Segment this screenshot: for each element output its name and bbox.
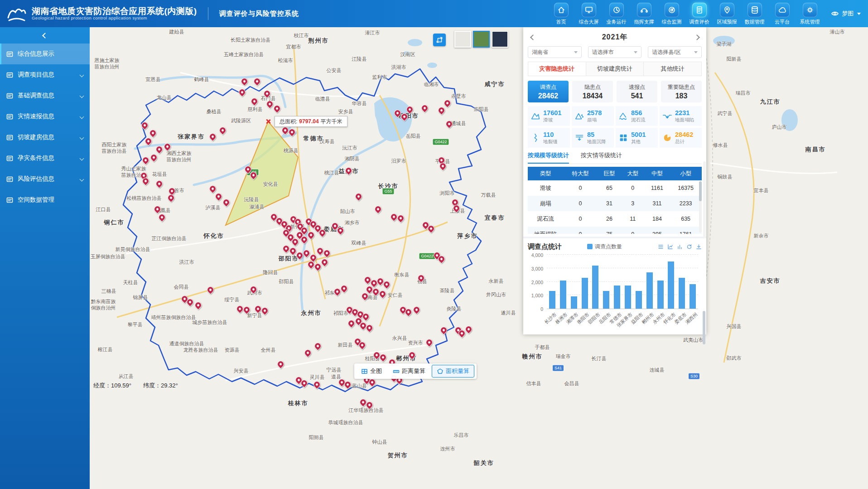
- landslide-icon: [530, 111, 540, 121]
- bar[interactable]: [549, 291, 555, 309]
- nav-item-home[interactable]: 首页: [548, 2, 574, 25]
- chart-yaxis: 01,0002,0003,0004,000: [528, 255, 545, 309]
- sidebar-item-disaster-report[interactable]: 灾情速报信息: [0, 106, 90, 127]
- measure-area-button[interactable]: 面积量算: [432, 365, 474, 378]
- chart-legend[interactable]: 调查点数量: [587, 243, 622, 251]
- stat-other[interactable]: 5001其他: [616, 128, 658, 148]
- menu-item-icon: [6, 72, 13, 78]
- county-select[interactable]: 请选择县/区: [648, 46, 702, 58]
- app-logo: [6, 4, 27, 23]
- stat-subsidence[interactable]: 85地面沉降: [572, 128, 614, 148]
- bar[interactable]: [636, 291, 642, 309]
- map-pin-icon: [720, 3, 734, 17]
- card-survey-points[interactable]: 调查点 28462: [528, 81, 569, 102]
- bar[interactable]: [571, 296, 577, 309]
- headset-icon: [637, 3, 651, 17]
- bar[interactable]: [679, 278, 685, 309]
- layer-switch-button[interactable]: [433, 34, 446, 46]
- table-row[interactable]: 滑坡0650116116375: [528, 180, 702, 196]
- nav-item-monitoring[interactable]: 综合监测: [659, 2, 685, 25]
- nav-item-command[interactable]: 指挥支撑: [631, 2, 657, 25]
- sidebar-item-disaster-conditions[interactable]: 孕灾条件信息: [0, 148, 90, 169]
- card-important-points[interactable]: 重要隐患点 183: [661, 81, 702, 102]
- axis-flip-icon[interactable]: [667, 244, 673, 250]
- nav-item-survey-evaluation[interactable]: 调查评价: [686, 2, 712, 25]
- bar[interactable]: [625, 286, 631, 309]
- year-next-button[interactable]: [692, 32, 702, 42]
- menu-item-icon: [6, 92, 13, 99]
- bar[interactable]: [582, 278, 588, 309]
- bar[interactable]: [603, 291, 609, 309]
- stat-ground-fissure[interactable]: 110地裂缝: [528, 128, 570, 148]
- main-nav: 首页 综合大屏 业务运行 指挥支撑 综合监测 调查评价 区域预报 数据管理: [548, 2, 823, 25]
- sidebar-item-overview[interactable]: 综合信息展示: [0, 44, 90, 64]
- chart-xaxis: 长沙市株洲市湘潭市衡阳市邵阳市岳阳市常德市张家界市益阳市郴州市永州市怀化市娄底市…: [547, 310, 698, 333]
- stat-ground-collapse[interactable]: 2231地面塌陷: [660, 106, 702, 126]
- sidebar-item-basic-survey[interactable]: 基础调查信息: [0, 85, 90, 106]
- app-subtitle: Geological hazard protection control app…: [32, 16, 197, 21]
- stats-table-body: 滑坡0650116116375崩塌03133112233泥石流026111846…: [528, 180, 702, 234]
- nav-item-cloud-platform[interactable]: 云平台: [769, 2, 795, 25]
- tab-slope-housing-stats[interactable]: 切坡建房统计: [586, 62, 644, 76]
- map[interactable]: 建始县长阳土家族自治县枝江市荆州市宜都市松滋市公安县江陵县潜江市汉南区洪湖市监利…: [90, 27, 868, 489]
- tab-other-stats[interactable]: 其他统计: [643, 62, 702, 76]
- nav-item-system-management[interactable]: 系统管理: [797, 2, 823, 25]
- chevron-right-icon: [694, 34, 700, 40]
- stat-collapse[interactable]: 2578崩塌: [572, 106, 614, 126]
- bar[interactable]: [668, 261, 674, 309]
- table-row[interactable]: 泥石流02611184635: [528, 211, 702, 227]
- chevron-down-icon: [80, 93, 84, 98]
- bar[interactable]: [592, 266, 598, 309]
- province-select[interactable]: 湖南省: [528, 46, 582, 58]
- tab-hazard-stats[interactable]: 灾害隐患统计: [528, 62, 586, 76]
- scale-level-tabs: 按规模等级统计 按灾情等级统计: [528, 151, 702, 164]
- card-quick-report-points[interactable]: 速报点 541: [617, 81, 657, 102]
- table-scrollbar[interactable]: [699, 181, 702, 233]
- bar[interactable]: [657, 281, 664, 309]
- basemap-thumb-vector[interactable]: [454, 31, 471, 48]
- bar-chart-icon[interactable]: [677, 244, 683, 250]
- full-extent-button[interactable]: 全图: [357, 365, 386, 377]
- card-hidden-danger-points[interactable]: 隐患点 18434: [572, 81, 613, 102]
- admin-boundary: [706, 54, 713, 281]
- measure-vertex-x-icon[interactable]: [265, 119, 271, 124]
- bar[interactable]: [646, 272, 653, 309]
- table-row[interactable]: 地面塌陷07503951761: [528, 227, 702, 234]
- city-select[interactable]: 请选择市: [588, 46, 642, 58]
- bar[interactable]: [614, 286, 620, 309]
- panel-scrollbar-thumb[interactable]: [703, 311, 705, 344]
- measure-distance-button[interactable]: 距离量算: [388, 365, 430, 377]
- tab-by-disaster-level[interactable]: 按灾情等级统计: [581, 151, 622, 164]
- download-icon[interactable]: [696, 244, 702, 250]
- sidebar-item-risk-assessment[interactable]: 风险评估信息: [0, 169, 90, 189]
- sidebar-item-survey-project[interactable]: 调查项目信息: [0, 64, 90, 85]
- user-menu[interactable]: 梦图: [831, 10, 861, 18]
- sidebar-item-spatial-data[interactable]: 空间数据管理: [0, 189, 90, 210]
- basemap-thumb-dark[interactable]: [492, 31, 508, 48]
- nav-item-business[interactable]: 业务运行: [603, 2, 629, 25]
- refresh-icon[interactable]: [686, 244, 692, 250]
- chevron-down-icon: [857, 13, 861, 15]
- table-row[interactable]: 崩塌03133112233: [528, 196, 702, 211]
- chevron-down-icon: [634, 51, 637, 53]
- nav-item-big-screen[interactable]: 综合大屏: [576, 2, 602, 25]
- nav-item-data-management[interactable]: 数据管理: [742, 2, 767, 25]
- app-title: 湖南省地质灾害防治综合应用系统(内测版): [32, 6, 197, 16]
- sidebar-collapse-button[interactable]: [0, 27, 90, 44]
- bar[interactable]: [690, 284, 696, 309]
- measure-tooltip: 总面积: 9797.04 平方千米: [275, 116, 347, 127]
- stat-debris-flow[interactable]: 856泥石流: [616, 106, 658, 126]
- stat-landslide[interactable]: 17601滑坡: [528, 106, 570, 126]
- nav-item-regional-forecast[interactable]: 区域预报: [714, 2, 740, 25]
- full-extent-icon: [361, 368, 368, 375]
- stat-total[interactable]: 28462总计: [660, 128, 702, 148]
- bar[interactable]: [560, 281, 566, 309]
- tab-by-scale-level[interactable]: 按规模等级统计: [528, 151, 569, 164]
- table-scrollbar-thumb[interactable]: [699, 181, 702, 201]
- year-prev-button[interactable]: [528, 32, 538, 42]
- panel-scrollbar[interactable]: [703, 161, 706, 238]
- chart-plot: [547, 255, 698, 309]
- basemap-thumb-satellite[interactable]: [473, 31, 490, 48]
- data-view-icon[interactable]: [658, 244, 664, 250]
- sidebar-item-slope-housing[interactable]: 切坡建房信息: [0, 127, 90, 148]
